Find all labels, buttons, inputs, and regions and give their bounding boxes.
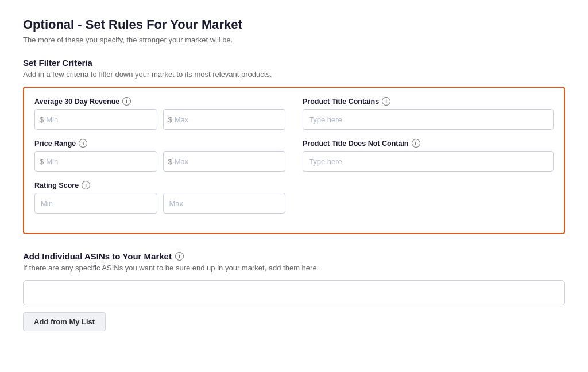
avg-revenue-max-wrapper: $ [163, 109, 286, 130]
avg-revenue-min-input[interactable] [46, 115, 152, 124]
product-title-contains-info-icon[interactable]: i [382, 97, 390, 106]
avg-revenue-max-input[interactable] [175, 115, 280, 124]
product-title-contains-group: Product Title Contains i [303, 97, 554, 130]
price-range-min-input[interactable] [46, 157, 152, 166]
avg-revenue-max-prefix: $ [168, 115, 172, 124]
price-range-input-row: $ $ [34, 151, 285, 172]
page-title: Optional - Set Rules For Your Market [23, 17, 565, 32]
rating-score-min-input[interactable] [34, 193, 157, 214]
asins-title: Add Individual ASINs to Your Market i [23, 251, 565, 261]
asins-info-icon[interactable]: i [175, 252, 184, 261]
price-range-label: Price Range i [34, 139, 285, 148]
avg-revenue-info-icon[interactable]: i [122, 97, 131, 106]
avg-revenue-min-wrapper: $ [34, 109, 157, 130]
product-title-not-contain-group: Product Title Does Not Contain i [303, 139, 554, 172]
avg-revenue-group: Average 30 Day Revenue i $ $ [34, 97, 285, 130]
price-range-group: Price Range i $ $ [34, 139, 285, 172]
filter-left-col: Average 30 Day Revenue i $ $ [34, 97, 285, 223]
filter-section-title: Set Filter Criteria [23, 58, 565, 68]
price-range-min-prefix: $ [40, 157, 44, 166]
product-title-not-contain-label: Product Title Does Not Contain i [303, 139, 554, 148]
filter-grid: Average 30 Day Revenue i $ $ [34, 97, 554, 223]
price-range-max-prefix: $ [168, 157, 172, 166]
rating-score-input-row [34, 193, 285, 214]
rating-score-info-icon[interactable]: i [82, 181, 90, 189]
add-from-list-button[interactable]: Add from My List [23, 312, 106, 331]
page-subtitle: The more of these you specify, the stron… [23, 36, 565, 44]
asins-subtitle: If there are any specific ASINs you want… [23, 264, 565, 272]
price-range-max-wrapper: $ [163, 151, 286, 172]
filter-section-subtitle: Add in a few criteria to filter down you… [23, 70, 565, 79]
price-range-max-input[interactable] [175, 157, 280, 166]
price-range-min-wrapper: $ [34, 151, 157, 172]
rating-score-group: Rating Score i [34, 181, 285, 214]
asins-section: Add Individual ASINs to Your Market i If… [23, 251, 565, 331]
filter-criteria-box: Average 30 Day Revenue i $ $ [23, 87, 565, 234]
product-title-contains-label: Product Title Contains i [303, 97, 554, 106]
product-title-not-contain-info-icon[interactable]: i [412, 139, 420, 148]
price-range-info-icon[interactable]: i [79, 139, 87, 148]
rating-score-label: Rating Score i [34, 181, 285, 189]
avg-revenue-min-prefix: $ [40, 115, 44, 124]
filter-right-col: Product Title Contains i Product Title D… [303, 97, 554, 223]
product-title-not-contain-input[interactable] [303, 151, 554, 172]
rating-score-max-input[interactable] [163, 193, 286, 214]
avg-revenue-label: Average 30 Day Revenue i [34, 97, 285, 106]
asins-input-wrapper [23, 280, 565, 305]
asins-input[interactable] [24, 281, 564, 305]
product-title-contains-input[interactable] [303, 109, 554, 130]
avg-revenue-input-row: $ $ [34, 109, 285, 130]
